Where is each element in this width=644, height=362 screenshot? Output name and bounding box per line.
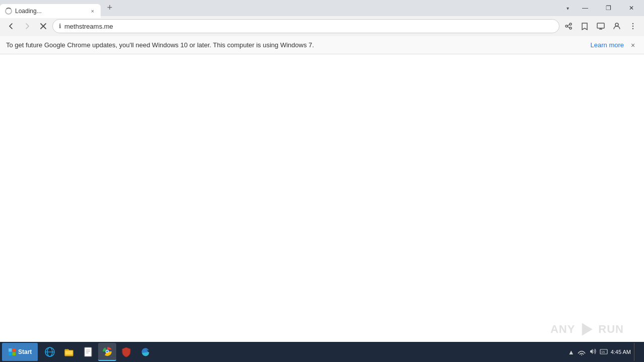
profile-button[interactable] [610, 19, 624, 33]
share-button[interactable] [561, 19, 576, 33]
taskbar-notepad[interactable] [79, 343, 97, 361]
new-tab-button[interactable]: + [103, 1, 117, 15]
svg-rect-18 [65, 350, 73, 355]
address-bar[interactable]: ℹ methstreams.me [52, 19, 559, 33]
info-bar-message: To get future Google Chrome updates, you… [6, 41, 587, 49]
svg-point-25 [106, 350, 108, 352]
minimize-button[interactable]: — [574, 0, 597, 16]
title-bar: Loading... × + ▾ — ❐ ✕ [0, 0, 644, 16]
active-tab[interactable]: Loading... × [0, 4, 101, 18]
media-router-button[interactable] [594, 19, 608, 33]
show-desktop-button[interactable] [634, 343, 638, 361]
svg-rect-11 [9, 348, 12, 352]
address-text: methstreams.me [64, 23, 553, 30]
start-button[interactable]: Start [2, 343, 38, 361]
svg-point-7 [615, 23, 618, 26]
bookmark-button[interactable] [578, 19, 592, 33]
taskbar-edge[interactable] [136, 343, 154, 361]
tray-network-icon[interactable] [578, 347, 586, 357]
address-info-icon: ℹ [59, 23, 61, 30]
tray-volume-icon[interactable] [589, 347, 597, 357]
forward-button[interactable] [20, 19, 34, 33]
page-content [0, 54, 644, 342]
window-controls: — ❐ ✕ [574, 0, 644, 16]
tray-chevron-icon[interactable]: ▲ [568, 348, 575, 356]
back-button[interactable] [4, 19, 18, 33]
svg-rect-14 [13, 352, 16, 356]
navigation-bar: ℹ methstreams.me [0, 16, 644, 36]
browser-window: Loading... × + ▾ — ❐ ✕ ℹ methstreams.me [0, 0, 644, 362]
taskbar-apps [39, 343, 156, 361]
taskbar-shield[interactable] [117, 343, 135, 361]
info-bar-close-button[interactable]: × [628, 40, 638, 50]
maximize-button[interactable]: ❐ [597, 0, 620, 16]
svg-point-10 [632, 28, 633, 29]
start-windows-icon [8, 348, 16, 356]
tab-loading-icon [5, 8, 12, 15]
svg-rect-13 [9, 352, 12, 356]
svg-point-26 [581, 354, 582, 355]
reload-button[interactable] [36, 19, 50, 33]
close-button[interactable]: ✕ [620, 0, 643, 16]
tabs-dropdown-button[interactable]: ▾ [561, 0, 574, 16]
tabs-area: Loading... × + [0, 0, 561, 16]
learn-more-link[interactable]: Learn more [591, 41, 624, 49]
svg-line-3 [568, 27, 570, 28]
info-bar: To get future Google Chrome updates, you… [0, 36, 644, 54]
taskbar-file-explorer[interactable] [60, 343, 78, 361]
tab-title: Loading... [15, 8, 86, 15]
clock-time: 4:45 AM [611, 348, 631, 355]
taskbar-chrome[interactable] [98, 343, 116, 361]
svg-point-8 [632, 23, 633, 24]
tab-close-button[interactable]: × [89, 7, 97, 15]
svg-rect-12 [13, 348, 16, 352]
chrome-menu-button[interactable] [626, 19, 640, 33]
system-clock[interactable]: 4:45 AM [611, 348, 631, 355]
taskbar: Start [0, 342, 644, 362]
tray-keyboard-icon[interactable]: EN [600, 347, 608, 357]
svg-rect-4 [597, 23, 604, 28]
svg-rect-19 [85, 347, 92, 356]
start-label: Start [18, 348, 32, 355]
svg-line-2 [568, 25, 570, 26]
svg-text:EN: EN [601, 350, 605, 353]
system-tray: ▲ EN 4:45 AM [564, 343, 642, 361]
svg-point-9 [632, 26, 633, 27]
taskbar-ie[interactable] [41, 343, 59, 361]
